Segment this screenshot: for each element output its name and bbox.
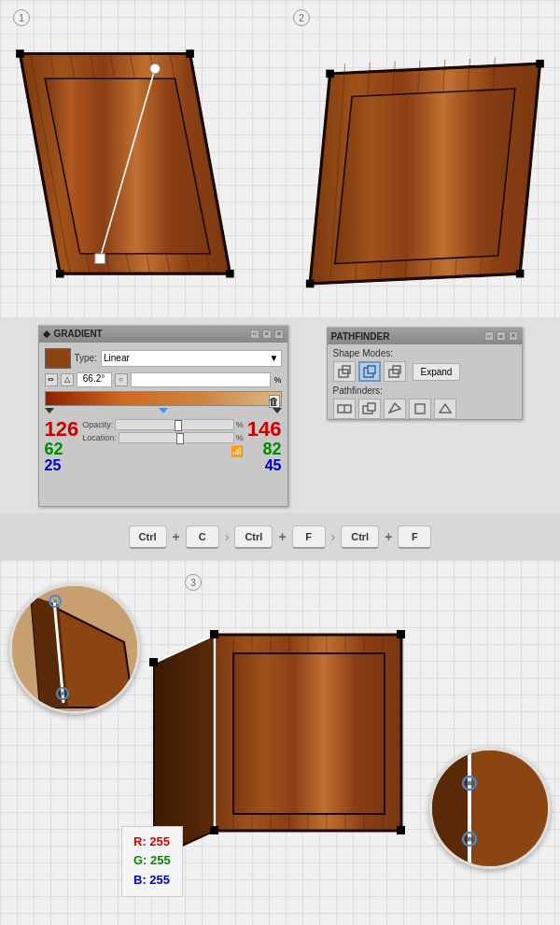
val-blue-2: 45	[247, 458, 282, 473]
svg-point-16	[150, 63, 161, 74]
shape-subtract-btn[interactable]	[358, 361, 381, 382]
location-percent: %	[236, 433, 244, 442]
opacity-thumb[interactable]	[175, 420, 182, 431]
plus-3: +	[385, 529, 392, 544]
opacity-row: Opacity: %	[82, 419, 244, 430]
values-left: 126 62 25	[45, 419, 79, 473]
gradient-title: ◆ GRADIENT	[43, 329, 103, 339]
svg-rect-30	[326, 70, 334, 78]
dropdown-arrow-icon: ▼	[270, 353, 279, 363]
pathfinder-panel: PATHFINDER ‹‹ ≡ ✕ Shape Modes: Expand	[327, 327, 523, 420]
svg-marker-42	[389, 403, 400, 413]
color-b-value: B: 255	[133, 871, 171, 890]
step-number-2: 2	[293, 9, 310, 26]
svg-rect-13	[56, 270, 64, 278]
pathfinder-controls[interactable]: ‹‹ ≡ ✕	[484, 331, 518, 341]
f-key-1: F	[292, 526, 326, 549]
gradient-collapse-btn[interactable]: ‹‹	[250, 329, 259, 339]
svg-rect-31	[536, 60, 544, 68]
pf-crop-btn[interactable]	[409, 399, 431, 419]
gradient-content: Type: Linear ▼ ⇔ △ 66.2° ○ %	[39, 343, 287, 479]
opacity-input[interactable]	[131, 372, 272, 387]
location-row: Location: %	[82, 432, 244, 443]
shape-mode-row: Expand	[333, 361, 516, 382]
pf-outline-btn[interactable]	[434, 399, 456, 419]
pathfinder-collapse-btn[interactable]: ‹‹	[484, 331, 494, 341]
pathfinders-label: Pathfinders:	[333, 385, 516, 396]
stop-right-icon[interactable]	[273, 408, 282, 413]
c-key: C	[186, 526, 219, 549]
cabinet-panel-2: 2	[280, 0, 560, 317]
values-right: 146 82 45	[247, 419, 282, 473]
pf-merge-btn[interactable]	[384, 399, 406, 419]
top-section: 1	[0, 0, 560, 317]
circle-zoom-right	[429, 748, 551, 869]
gradient-controls[interactable]: ‹‹ ≡ ✕	[250, 329, 284, 339]
gradient-color-swatch[interactable]	[45, 348, 71, 369]
pf-trim-btn[interactable]	[358, 399, 381, 419]
svg-marker-64	[233, 653, 385, 814]
val-red-1: 126	[45, 419, 79, 440]
svg-rect-41	[368, 403, 375, 411]
gradient-titlebar: ◆ GRADIENT ‹‹ ≡ ✕	[39, 326, 287, 343]
flip-v-icon[interactable]: △	[61, 373, 74, 386]
circle-zoom-left-svg	[12, 586, 140, 714]
svg-rect-17	[95, 254, 105, 264]
f-key-2: F	[398, 526, 431, 549]
cabinet-panel-1: 1	[0, 0, 280, 317]
cabinet-svg-3	[140, 579, 429, 868]
gradient-bar[interactable]	[45, 391, 282, 406]
location-thumb[interactable]	[176, 433, 184, 444]
pathfinder-menu-btn[interactable]: ≡	[497, 331, 506, 341]
svg-rect-71	[210, 826, 218, 834]
svg-point-80	[468, 837, 472, 842]
delete-stop-btn[interactable]: 🗑	[269, 395, 280, 408]
expand-button[interactable]: Expand	[413, 363, 461, 381]
flip-h-icon[interactable]: ⇔	[45, 373, 58, 386]
plus-1: +	[173, 529, 180, 544]
val-green-1: 62	[45, 441, 79, 457]
gradient-diamond-icon: ◆	[43, 329, 50, 339]
shape-intersect-btn[interactable]	[384, 361, 406, 382]
type-select[interactable]: Linear ▼	[101, 350, 282, 367]
location-slider[interactable]	[119, 432, 234, 443]
svg-rect-35	[368, 366, 375, 373]
shortcut-section: Ctrl + C › Ctrl + F › Ctrl + F	[0, 513, 560, 560]
pathfinder-title: PATHFINDER	[331, 331, 390, 342]
color-r-value: R: 255	[133, 833, 171, 852]
svg-rect-11	[16, 49, 24, 58]
shape-modes-label: Shape Modes:	[333, 348, 516, 358]
percent-label: %	[273, 375, 281, 385]
svg-marker-27	[335, 89, 515, 264]
svg-rect-67	[149, 658, 158, 666]
bottom-section: 3	[0, 560, 560, 925]
gradient-menu-btn[interactable]: ≡	[262, 329, 272, 339]
gradient-type-row: Type: Linear ▼	[45, 348, 282, 369]
angle-icon: ○	[115, 373, 128, 386]
opacity-percent: %	[236, 420, 244, 429]
opacity-location-section: Opacity: % Location: % 📶	[82, 419, 244, 457]
svg-rect-28	[306, 280, 315, 288]
cabinet-svg-1	[0, 0, 280, 317]
svg-rect-43	[415, 404, 425, 413]
gradient-close-btn[interactable]: ✕	[274, 329, 284, 339]
shape-add-btn[interactable]	[333, 361, 356, 382]
stop-mid-icon[interactable]	[159, 408, 168, 413]
step-number-1: 1	[13, 9, 30, 26]
svg-point-51	[61, 692, 64, 695]
location-label: Location:	[82, 433, 117, 442]
circle-zoom-left	[9, 583, 140, 714]
ctrl-key-3: Ctrl	[341, 526, 379, 549]
color-g-value: G: 255	[133, 851, 171, 871]
pathfinder-close-btn[interactable]: ✕	[509, 331, 518, 341]
pf-divide-btn[interactable]	[333, 399, 356, 419]
pathfinder-row	[333, 399, 516, 419]
opacity-slider[interactable]	[115, 419, 234, 430]
angle-input[interactable]: 66.2°	[77, 372, 112, 387]
opacity-label: Opacity:	[82, 420, 113, 429]
cabinet-svg-2	[280, 0, 560, 317]
svg-point-78	[468, 781, 472, 786]
val-red-2: 146	[247, 419, 282, 440]
stop-left-icon[interactable]	[45, 408, 54, 413]
svg-rect-70	[397, 826, 405, 834]
